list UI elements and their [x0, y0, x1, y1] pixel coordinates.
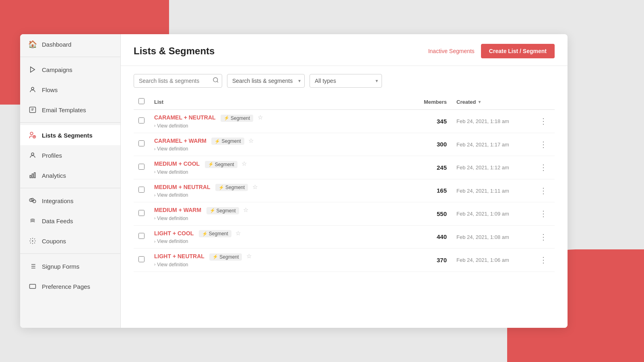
table-row: MEDIUM + WARM ⚡ Segment ☆ › View definit… [134, 202, 555, 226]
view-definition-link[interactable]: › View definition [154, 216, 402, 221]
created-sort-button[interactable]: Created ▼ [456, 99, 527, 105]
star-icon[interactable]: ☆ [243, 206, 248, 213]
row-name-badge-wrap: LIGHT + COOL ⚡ Segment ☆ [154, 230, 402, 238]
row-name[interactable]: CARAMEL + NEUTRAL [154, 114, 216, 121]
select-all-checkbox[interactable] [138, 98, 144, 104]
row-checkbox-3[interactable] [138, 187, 144, 193]
row-more-button[interactable]: ⋮ [537, 230, 550, 243]
search-input[interactable] [134, 74, 222, 88]
row-more-button[interactable]: ⋮ [537, 161, 550, 174]
sidebar-item-email-templates[interactable]: Email Templates [20, 100, 120, 120]
row-created-cell: Feb 24, 2021, 1:17 am [452, 133, 532, 156]
table-wrap: List Members Created ▼ [121, 94, 568, 328]
row-checkbox-0[interactable] [138, 117, 144, 123]
sidebar-divider-2 [20, 122, 120, 123]
row-name[interactable]: LIGHT + COOL [154, 230, 194, 237]
sidebar-item-label: Integrations [42, 197, 73, 204]
star-icon[interactable]: ☆ [242, 160, 247, 167]
create-list-segment-button[interactable]: Create List / Segment [481, 44, 555, 58]
segment-badge: ⚡ Segment [211, 138, 244, 145]
chevron-right-icon: › [154, 193, 155, 197]
coupons-icon [28, 237, 37, 245]
members-count: 245 [412, 164, 447, 171]
view-definition-link[interactable]: › View definition [154, 169, 402, 175]
row-checkbox-4[interactable] [138, 210, 144, 216]
view-definition-label: View definition [157, 262, 188, 267]
sidebar-item-signup-forms[interactable]: Signup Forms [20, 256, 120, 276]
sidebar-item-dashboard[interactable]: 🏠 Dashboard [20, 34, 120, 54]
row-name[interactable]: LIGHT + NEUTRAL [154, 253, 204, 259]
view-definition-link[interactable]: › View definition [154, 123, 402, 129]
sidebar-item-preference-pages[interactable]: Preference Pages [20, 276, 120, 296]
view-definition-link[interactable]: › View definition [154, 262, 402, 267]
view-definition-link[interactable]: › View definition [154, 146, 402, 152]
row-list-cell: LIGHT + COOL ⚡ Segment ☆ › View definiti… [149, 225, 407, 249]
row-checkbox-1[interactable] [138, 140, 144, 146]
row-list-cell: CARAMEL + NEUTRAL ⚡ Segment ☆ › View def… [149, 110, 407, 133]
bolt-icon: ⚡ [202, 231, 208, 237]
created-date: Feb 24, 2021, 1:08 am [456, 234, 509, 240]
row-name[interactable]: CARAMEL + WARM [154, 138, 206, 144]
row-more-button[interactable]: ⋮ [537, 253, 550, 266]
search-button[interactable] [213, 77, 219, 85]
sidebar-item-flows[interactable]: Flows [20, 80, 120, 100]
chevron-right-icon: › [154, 147, 155, 151]
sidebar-item-label: Lists & Segments [42, 132, 93, 139]
row-checkbox-cell [134, 202, 149, 226]
sidebar-item-label: Signup Forms [42, 263, 79, 270]
created-date: Feb 24, 2021, 1:17 am [456, 142, 509, 148]
row-actions-cell: ⋮ [532, 110, 555, 133]
row-name-badge-wrap: MEDIUM + COOL ⚡ Segment ☆ [154, 160, 402, 168]
row-checkbox-6[interactable] [138, 256, 144, 262]
segment-badge: ⚡ Segment [215, 184, 248, 191]
row-name-badge-wrap: CARAMEL + NEUTRAL ⚡ Segment ☆ [154, 114, 402, 122]
col-header-actions [532, 94, 555, 110]
row-created-cell: Feb 24, 2021, 1:12 am [452, 156, 532, 179]
type-filter-dropdown[interactable]: All types Segments Lists [310, 74, 382, 88]
sidebar-item-data-feeds[interactable]: Data Feeds [20, 211, 120, 231]
row-more-button[interactable]: ⋮ [537, 184, 550, 197]
star-icon[interactable]: ☆ [235, 230, 241, 237]
sidebar-item-analytics[interactable]: Analytics [20, 165, 120, 185]
sidebar-item-profiles[interactable]: Profiles [20, 145, 120, 165]
row-checkbox-2[interactable] [138, 164, 144, 170]
badge-label: Segment [209, 231, 228, 237]
sidebar-item-campaigns[interactable]: Campaigns [20, 60, 120, 80]
sidebar-item-label: Data Feeds [42, 218, 73, 224]
badge-label: Segment [215, 162, 234, 167]
members-count: 440 [412, 233, 447, 240]
star-icon[interactable]: ☆ [258, 114, 263, 121]
view-definition-link[interactable]: › View definition [154, 239, 402, 244]
row-checkbox-5[interactable] [138, 233, 144, 239]
row-list-cell: CARAMEL + WARM ⚡ Segment ☆ › View defini… [149, 133, 407, 156]
integrations-icon [28, 196, 37, 205]
segment-badge: ⚡ Segment [199, 230, 231, 237]
sidebar-item-lists-segments[interactable]: Lists & Segments [20, 125, 120, 145]
view-definition-link[interactable]: › View definition [154, 192, 402, 198]
row-more-button[interactable]: ⋮ [537, 207, 550, 220]
row-name[interactable]: MEDIUM + WARM [154, 207, 201, 213]
row-name[interactable]: MEDIUM + COOL [154, 160, 200, 167]
sidebar-item-integrations[interactable]: Integrations [20, 191, 120, 211]
row-members-cell: 245 [407, 156, 452, 179]
row-more-button[interactable]: ⋮ [537, 115, 550, 128]
sidebar-item-coupons[interactable]: Coupons [20, 231, 120, 251]
row-actions-cell: ⋮ [532, 179, 555, 202]
row-list-cell: MEDIUM + WARM ⚡ Segment ☆ › View definit… [149, 202, 407, 226]
segment-filter-dropdown[interactable]: Search lists & segments [227, 74, 305, 88]
row-name[interactable]: MEDIUM + NEUTRAL [154, 184, 211, 190]
star-icon[interactable]: ☆ [252, 183, 258, 190]
inactive-segments-link[interactable]: Inactive Segments [428, 48, 475, 54]
signup-forms-icon [28, 262, 37, 271]
svg-marker-0 [31, 67, 35, 72]
row-members-cell: 370 [407, 249, 452, 272]
sidebar-item-label: Preference Pages [42, 283, 90, 290]
row-created-cell: Feb 24, 2021, 1:18 am [452, 110, 532, 133]
sidebar: 🏠 Dashboard Campaigns Flows [20, 34, 121, 328]
col-header-members: Members [407, 94, 452, 110]
col-header-check [134, 94, 149, 110]
row-more-button[interactable]: ⋮ [537, 138, 550, 151]
page-title: Lists & Segments [134, 45, 215, 57]
star-icon[interactable]: ☆ [248, 137, 254, 144]
star-icon[interactable]: ☆ [246, 253, 252, 259]
